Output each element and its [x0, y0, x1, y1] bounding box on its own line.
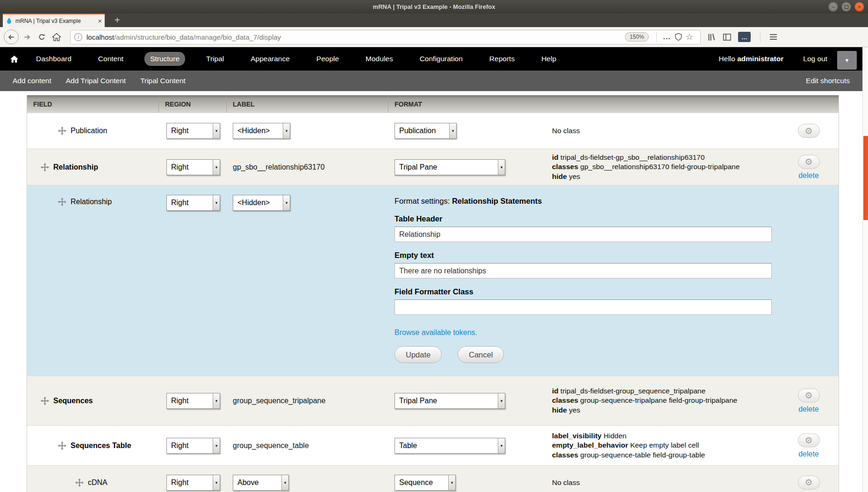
scrollbar-thumb[interactable]	[863, 136, 868, 220]
drag-handle-icon[interactable]	[41, 163, 49, 171]
page-actions-icon[interactable]: …	[663, 32, 671, 42]
url-bar[interactable]: i localhost/admin/structure/bio_data/man…	[70, 30, 701, 44]
drupal-admin-bar: Dashboard Content Structure Tripal Appea…	[0, 47, 862, 71]
forward-icon	[23, 33, 31, 41]
field-name: cDNA	[88, 478, 108, 487]
format-summary: label_visibility Hidden empty_label_beha…	[552, 431, 776, 460]
admin-menu-content[interactable]: Content	[93, 52, 129, 66]
admin-menu-reports[interactable]: Reports	[484, 52, 520, 66]
format-summary: id tripal_ds-fieldset-gp_sbo__relationsh…	[552, 152, 776, 182]
field-name: Publication	[71, 127, 107, 135]
settings-gear-button[interactable]: ⚙	[798, 124, 820, 138]
settings-gear-button[interactable]: ⚙	[798, 155, 820, 169]
settings-gear-button[interactable]: ⚙	[798, 476, 820, 490]
drag-handle-icon[interactable]	[58, 198, 66, 206]
browser-toolbar: i localhost/admin/structure/bio_data/man…	[0, 27, 868, 47]
page-content: FIELD REGION LABEL FORMAT Publication Ri…	[0, 91, 862, 492]
format-select[interactable]: Sequence▾	[395, 475, 456, 491]
admin-menu-appearance[interactable]: Appearance	[245, 52, 295, 66]
firefox-window: mRNA | Tripal v3 Example - Mozilla Firef…	[0, 0, 868, 492]
screenshots-icon[interactable]: …	[738, 32, 751, 42]
site-info-icon[interactable]: i	[74, 33, 82, 41]
chevron-down-icon: ▾	[213, 160, 220, 175]
region-select[interactable]: Right▾	[166, 123, 220, 139]
admin-menu-dashboard[interactable]: Dashboard	[30, 52, 77, 66]
table-row-publication: Publication Right▾ <Hidden>▾ Publication…	[27, 113, 839, 149]
delete-link[interactable]: delete	[798, 171, 819, 179]
chevron-down-icon: ▾	[213, 195, 220, 210]
label-select[interactable]: <Hidden>▾	[233, 123, 290, 139]
format-select[interactable]: Table▾	[395, 438, 505, 454]
url-text[interactable]: localhost/admin/structure/bio_data/manag…	[86, 33, 625, 41]
divider	[656, 32, 657, 42]
label-select[interactable]: <Hidden>▾	[233, 195, 290, 211]
field-formatter-class-input[interactable]	[395, 299, 772, 315]
update-button[interactable]: Update	[395, 346, 442, 363]
chevron-down-icon: ▾	[213, 475, 220, 490]
region-select[interactable]: Right▾	[166, 475, 220, 491]
region-select[interactable]: Right▾	[166, 393, 220, 409]
bookmark-star-icon[interactable]: ☆	[686, 32, 693, 42]
region-select[interactable]: Right▾	[166, 195, 220, 211]
chevron-down-icon: ▾	[213, 123, 220, 138]
drag-handle-icon[interactable]	[58, 442, 66, 450]
back-button[interactable]	[4, 29, 19, 44]
column-header-label: LABEL	[226, 96, 388, 113]
window-titlebar: mRNA | Tripal v3 Example - Mozilla Firef…	[0, 0, 868, 14]
close-button[interactable]: ×	[854, 2, 864, 12]
browser-tab[interactable]: mRNA | Tripal v3 Example ×	[3, 14, 105, 27]
chevron-down-icon: ▾	[213, 438, 220, 453]
admin-menu-people[interactable]: People	[311, 52, 344, 66]
delete-link[interactable]: delete	[798, 449, 819, 458]
tab-close-icon[interactable]: ×	[98, 17, 102, 25]
sidebar-icon[interactable]	[723, 33, 732, 42]
chevron-down-icon: ▾	[449, 123, 456, 138]
format-settings-title: Format settings: Relationship Statements	[395, 197, 542, 206]
gear-icon: ⚙	[804, 127, 812, 135]
admin-menu-tripal[interactable]: Tripal	[201, 52, 230, 66]
admin-home-icon[interactable]	[10, 56, 18, 63]
settings-gear-button[interactable]: ⚙	[798, 388, 820, 402]
reload-button[interactable]	[35, 30, 49, 44]
library-icon[interactable]	[707, 33, 716, 42]
minimize-button[interactable]: −	[828, 2, 838, 12]
forward-button[interactable]	[20, 30, 34, 44]
format-select[interactable]: Tripal Pane▾	[395, 159, 505, 175]
home-button[interactable]	[50, 30, 64, 44]
format-select[interactable]: Publication▾	[395, 123, 457, 139]
empty-text-input[interactable]	[395, 263, 772, 278]
shortcut-add-content[interactable]: Add content	[13, 77, 51, 85]
shortcut-add-tripal-content[interactable]: Add Tripal Content	[66, 77, 126, 85]
toolbar-right-icons: …	[707, 32, 777, 42]
settings-gear-button[interactable]: ⚙	[798, 433, 820, 447]
drag-handle-icon[interactable]	[41, 397, 49, 405]
field-formatter-class-label: Field Formatter Class	[395, 287, 473, 296]
zoom-level-badge[interactable]: 150%	[625, 32, 649, 42]
divider	[760, 32, 760, 42]
edit-shortcuts-link[interactable]: Edit shortcuts	[806, 77, 850, 85]
format-select[interactable]: Tripal Pane▾	[395, 393, 505, 409]
admin-menu-modules[interactable]: Modules	[360, 52, 399, 66]
admin-bar-toggle-button[interactable]: ▼	[837, 51, 857, 70]
table-header-input[interactable]	[395, 227, 772, 242]
region-select[interactable]: Right▾	[166, 438, 220, 454]
admin-menu-help[interactable]: Help	[536, 52, 562, 66]
empty-text-label: Empty text	[395, 251, 434, 260]
delete-link[interactable]: delete	[798, 405, 819, 413]
admin-menu-structure[interactable]: Structure	[144, 52, 185, 66]
browse-tokens-link[interactable]: Browse available tokens.	[395, 328, 477, 337]
new-tab-button[interactable]: +	[111, 14, 124, 27]
shortcut-tripal-content[interactable]: Tripal Content	[140, 77, 186, 85]
drag-handle-icon[interactable]	[58, 127, 66, 135]
scrollbar-track[interactable]	[862, 47, 868, 492]
region-select[interactable]: Right▾	[166, 159, 220, 175]
admin-menu-configuration[interactable]: Configuration	[414, 52, 468, 66]
maximize-button[interactable]	[841, 2, 851, 12]
logout-link[interactable]: Log out	[803, 55, 827, 63]
tracking-shield-icon[interactable]	[674, 33, 682, 41]
menu-hamburger-icon[interactable]	[770, 34, 777, 40]
drag-handle-icon[interactable]	[75, 478, 84, 487]
cancel-button[interactable]: Cancel	[458, 346, 504, 363]
label-select[interactable]: Above▾	[233, 475, 289, 491]
chevron-down-icon: ▾	[213, 393, 220, 408]
